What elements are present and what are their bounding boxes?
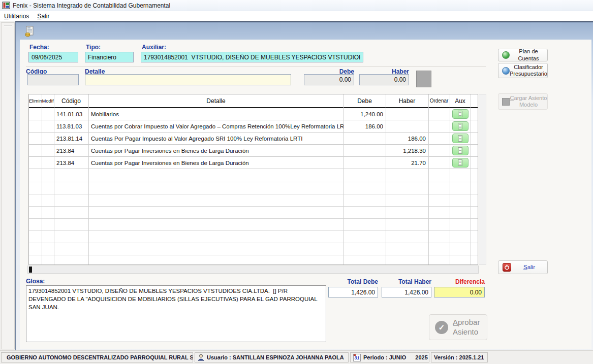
auxiliar-input[interactable] <box>141 52 363 62</box>
debe-input[interactable] <box>304 74 354 85</box>
scrollbar-thumb[interactable] <box>29 267 32 273</box>
auxiliar-label: Auxiliar: <box>142 44 166 51</box>
table-row[interactable]: 113.81.03 Cuentas por Cobrar Impuesto al… <box>29 120 478 133</box>
col-header-haber[interactable]: Haber <box>386 97 428 105</box>
table-row[interactable]: 213.84 Cuentas por Pagar Inversiones en … <box>29 145 478 157</box>
aprobar-asiento-button[interactable]: ✓ Aprobar Asiento <box>429 314 487 340</box>
fecha-label: Fecha: <box>29 44 49 51</box>
cell-detalle: Mobiliarios <box>88 108 344 120</box>
cell-codigo: 213.84 <box>54 157 88 169</box>
haber-input[interactable] <box>359 74 409 85</box>
aux-document-icon <box>458 135 462 142</box>
fecha-input[interactable] <box>28 52 78 62</box>
detalle-input[interactable] <box>85 74 291 85</box>
check-icon: ✓ <box>435 321 448 334</box>
diferencia-label: Diferencia <box>434 278 485 285</box>
cargar-asiento-label: Cargar Asiento Modelo <box>510 95 547 108</box>
blue-sphere-icon <box>502 67 510 75</box>
tipo-input[interactable] <box>85 52 134 62</box>
cargar-asiento-modelo-button[interactable]: Cargar Asiento Modelo <box>498 93 548 110</box>
table-vertical-scrollbar[interactable] <box>479 94 486 265</box>
cell-debe <box>344 133 386 144</box>
menu-item-salir[interactable]: Salir <box>33 12 53 21</box>
status-period-year: 2025 <box>415 354 427 360</box>
status-entity-text: GOBIERNO AUTONOMO DESCENTRALIZADO PARROQ… <box>7 354 193 360</box>
total-debe-field <box>328 287 378 297</box>
status-period-section: 31 Periodo : JUNIO 2025 <box>350 352 429 362</box>
salir-label: Salir <box>511 264 547 271</box>
green-sphere-icon <box>502 51 510 59</box>
glosa-textarea[interactable]: 1793014852001 VTSTUDIO, DISEÑO DE MUEBLE… <box>26 285 326 342</box>
calendar-icon: 31 <box>353 354 361 361</box>
asiento-document-icon[interactable] <box>24 26 36 37</box>
aux-document-icon <box>458 123 462 129</box>
menu-bar: Utilitarios Salir <box>0 11 593 21</box>
clasificador-presupuestario-button[interactable]: Clasificador Presupuestario <box>498 63 548 78</box>
aux-button[interactable] <box>452 158 469 168</box>
user-icon <box>198 354 204 361</box>
table-horizontal-scrollbar[interactable] <box>27 266 479 274</box>
cell-debe: 186.00 <box>344 120 386 132</box>
cell-codigo: 213.81.14 <box>54 133 88 144</box>
diferencia-field <box>434 287 485 297</box>
codigo-input[interactable] <box>27 74 79 85</box>
separator-line <box>26 66 486 67</box>
col-header-debe[interactable]: Debe <box>344 97 386 105</box>
aux-button[interactable] <box>452 121 469 131</box>
cell-codigo: 141.01.03 <box>54 108 88 120</box>
menu-item-utilitarios[interactable]: Utilitarios <box>0 12 33 21</box>
aux-button[interactable] <box>452 146 469 155</box>
table-row[interactable]: 141.01.03 Mobiliarios 1,240.00 <box>29 108 478 120</box>
form-panel: Fecha: Tipo: Auxiliar: Código Detalle De… <box>20 40 591 349</box>
cell-detalle: Cuentas Por Pagar Impuesto al Valor Agre… <box>88 133 344 144</box>
status-user-text: Usuario : SANTILLAN ESPINOZA JOHANNA PAO… <box>207 354 344 360</box>
status-entity-section: GOBIERNO AUTONOMO DESCENTRALIZADO PARROQ… <box>1 352 193 362</box>
status-version-section: Versión : 2025.1.21 <box>431 352 488 362</box>
gray-square-icon <box>502 98 510 106</box>
panel-splitter[interactable] <box>4 25 12 26</box>
asiento-contable-window: Fecha: Tipo: Auxiliar: Código Detalle De… <box>15 21 593 350</box>
table-row[interactable]: 213.84 Cuentas por Pagar Inversiones en … <box>29 157 478 169</box>
aux-button[interactable] <box>452 134 469 143</box>
col-header-elimin[interactable]: Elimin <box>29 98 42 104</box>
col-header-detalle[interactable]: Detalle <box>88 97 344 105</box>
salir-button[interactable]: Salir <box>498 260 548 274</box>
cell-debe <box>344 145 386 156</box>
glosa-label: Glosa: <box>26 278 45 285</box>
clasificador-label: Clasificador Presupuestario <box>510 64 547 77</box>
power-icon <box>503 263 511 272</box>
cell-debe <box>344 157 386 169</box>
cell-haber: 1,218.30 <box>386 145 428 156</box>
aux-document-icon <box>458 111 462 117</box>
cell-debe: 1,240.00 <box>344 108 386 120</box>
status-period-text: Periodo : JUNIO <box>363 354 406 360</box>
asiento-table: Elimin Modif Código Detalle Debe Haber O… <box>28 94 478 265</box>
col-header-modif[interactable]: Modif <box>42 98 54 104</box>
status-bar: GOBIERNO AUTONOMO DESCENTRALIZADO PARROQ… <box>0 350 593 364</box>
col-header-ordenar[interactable]: Ordenar <box>428 98 450 104</box>
cell-haber <box>386 120 428 132</box>
application-window: Fenix - Sistema Integrado de Contabilida… <box>0 0 593 364</box>
cell-detalle: Cuentas por Pagar Inversiones en Bienes … <box>88 157 344 169</box>
table-empty-rows <box>29 170 478 264</box>
table-row[interactable]: 213.81.14 Cuentas Por Pagar Impuesto al … <box>29 133 478 145</box>
quick-entry-action-button[interactable] <box>416 71 431 87</box>
table-header-row: Elimin Modif Código Detalle Debe Haber O… <box>29 94 478 108</box>
tipo-label: Tipo: <box>86 44 101 51</box>
status-user-section: Usuario : SANTILLAN ESPINOZA JOHANNA PAO… <box>195 352 349 362</box>
col-header-codigo[interactable]: Código <box>54 97 88 105</box>
status-version-text: Versión : 2025.1.21 <box>434 354 484 360</box>
title-bar: Fenix - Sistema Integrado de Contabilida… <box>0 0 593 11</box>
plan-de-cuentas-button[interactable]: Plan de Cuentas <box>498 49 548 61</box>
total-haber-field <box>382 287 431 297</box>
left-collapsed-panel <box>1 22 15 349</box>
cell-codigo: 113.81.03 <box>54 120 88 132</box>
col-header-aux[interactable]: Aux <box>450 97 471 105</box>
aux-button[interactable] <box>452 109 469 119</box>
aprobar-asiento-label: Aprobar Asiento <box>453 318 485 337</box>
window-title: Fenix - Sistema Integrado de Contabilida… <box>13 2 170 9</box>
cell-codigo: 213.84 <box>54 145 88 156</box>
cell-detalle: Cuentas por Cobrar Impuesto al Valor Agr… <box>88 120 344 132</box>
aux-document-icon <box>458 159 462 166</box>
cell-haber <box>386 108 428 120</box>
